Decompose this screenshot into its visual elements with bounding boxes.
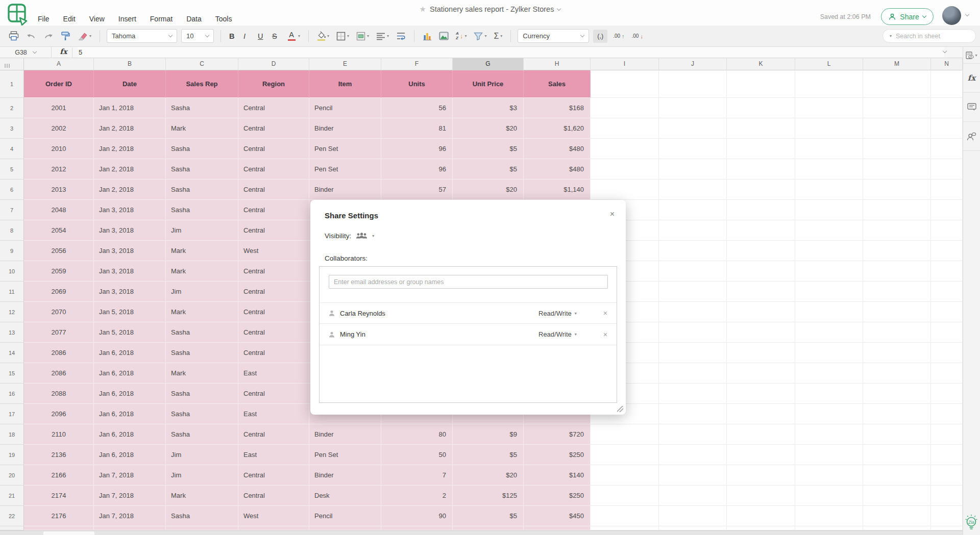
- menu-item-insert[interactable]: Insert: [118, 15, 136, 23]
- cell-F3[interactable]: 81: [381, 118, 453, 139]
- favorite-star-icon[interactable]: ★: [420, 5, 426, 14]
- row-header-8[interactable]: 8: [0, 220, 24, 241]
- cell-B1[interactable]: Date: [94, 70, 166, 98]
- cell-D16[interactable]: Central: [238, 384, 309, 404]
- cell-J3[interactable]: [659, 118, 727, 139]
- cell-E21[interactable]: Desk: [309, 486, 381, 506]
- cell-K17[interactable]: [727, 404, 795, 424]
- cell-N14[interactable]: [931, 343, 963, 363]
- row-header-6[interactable]: 6: [0, 180, 24, 200]
- cell-C13[interactable]: Sasha: [166, 322, 238, 343]
- cell-L17[interactable]: [795, 404, 863, 424]
- cell-A15[interactable]: 2086: [24, 363, 94, 384]
- cell-H22[interactable]: $450: [524, 506, 591, 526]
- cell-D21[interactable]: Central: [238, 486, 309, 506]
- cell-G21[interactable]: $125: [453, 486, 524, 506]
- cell-G22[interactable]: $5: [453, 506, 524, 526]
- row-header-22[interactable]: 22: [0, 506, 24, 526]
- cell-H6[interactable]: $1,140: [524, 180, 591, 200]
- cell-J10[interactable]: [659, 261, 727, 282]
- sheet-view-button[interactable]: ▾: [963, 47, 980, 64]
- cell-K10[interactable]: [727, 261, 795, 282]
- cell-D1[interactable]: Region: [238, 70, 309, 98]
- cell-D7[interactable]: Central: [238, 200, 309, 220]
- cell-G2[interactable]: $3: [453, 98, 524, 118]
- cell-B16[interactable]: Jan 6, 2018: [94, 384, 166, 404]
- cell-L8[interactable]: [795, 220, 863, 241]
- row-header-3[interactable]: 3: [0, 118, 24, 139]
- cell-H2[interactable]: $168: [524, 98, 591, 118]
- cell-K15[interactable]: [727, 363, 795, 384]
- cell-I5[interactable]: [591, 159, 659, 180]
- cell-A4[interactable]: 2010: [24, 139, 94, 159]
- cell-A11[interactable]: 2069: [24, 282, 94, 302]
- cell-G3[interactable]: $20: [453, 118, 524, 139]
- cell-C20[interactable]: Jim: [166, 465, 238, 486]
- clear-format-button[interactable]: ▾: [76, 30, 93, 42]
- cell-J20[interactable]: [659, 465, 727, 486]
- cell-J7[interactable]: [659, 200, 727, 220]
- cell-J2[interactable]: [659, 98, 727, 118]
- cell-J9[interactable]: [659, 241, 727, 261]
- cell-I6[interactable]: [591, 180, 659, 200]
- cell-C10[interactable]: Mark: [166, 261, 238, 282]
- permission-dropdown[interactable]: Read/Write▾: [538, 330, 577, 338]
- sort-button[interactable]: AZ↓▾: [454, 30, 468, 42]
- cell-M17[interactable]: [863, 404, 931, 424]
- cell-M14[interactable]: [863, 343, 931, 363]
- cell-N15[interactable]: [931, 363, 963, 384]
- cell-B17[interactable]: Jan 6, 2018: [94, 404, 166, 424]
- cell-E2[interactable]: Pencil: [309, 98, 381, 118]
- row-header-15[interactable]: 15: [0, 363, 24, 384]
- cell-N22[interactable]: [931, 506, 963, 526]
- cell-M21[interactable]: [863, 486, 931, 506]
- cell-K16[interactable]: [727, 384, 795, 404]
- row-header-21[interactable]: 21: [0, 486, 24, 506]
- row-header-20[interactable]: 20: [0, 465, 24, 486]
- cell-H1[interactable]: Sales: [524, 70, 591, 98]
- row-header-2[interactable]: 2: [0, 98, 24, 118]
- remove-collaborator-icon[interactable]: ×: [603, 330, 607, 339]
- cell-C9[interactable]: Mark: [166, 241, 238, 261]
- cell-C12[interactable]: Mark: [166, 302, 238, 322]
- fill-color-button[interactable]: ▾: [315, 30, 331, 42]
- cell-G[interactable]: [453, 526, 524, 530]
- wrap-text-button[interactable]: [395, 30, 407, 42]
- cell-M16[interactable]: [863, 384, 931, 404]
- cell-A14[interactable]: 2086: [24, 343, 94, 363]
- cell-I3[interactable]: [591, 118, 659, 139]
- cell-H18[interactable]: $720: [524, 424, 591, 445]
- cell-I21[interactable]: [591, 486, 659, 506]
- cell-B4[interactable]: Jan 2, 2018: [94, 139, 166, 159]
- cell-J6[interactable]: [659, 180, 727, 200]
- cell-M18[interactable]: [863, 424, 931, 445]
- cell-L1[interactable]: [795, 70, 863, 98]
- cell-E20[interactable]: Binder: [309, 465, 381, 486]
- cell-M2[interactable]: [863, 98, 931, 118]
- column-header-K[interactable]: K: [727, 58, 795, 70]
- cell-N21[interactable]: [931, 486, 963, 506]
- zia-assistant-button[interactable]: Zia: [963, 513, 980, 532]
- cell-C17[interactable]: Sasha: [166, 404, 238, 424]
- column-header-E[interactable]: E: [309, 58, 381, 70]
- menu-item-tools[interactable]: Tools: [215, 15, 232, 23]
- cell-C15[interactable]: Mark: [166, 363, 238, 384]
- cell-D9[interactable]: West: [238, 241, 309, 261]
- cell-N18[interactable]: [931, 424, 963, 445]
- cell-K6[interactable]: [727, 180, 795, 200]
- cell-C14[interactable]: Sasha: [166, 343, 238, 363]
- row-header-16[interactable]: 16: [0, 384, 24, 404]
- cell-I[interactable]: [591, 526, 659, 530]
- row-header-4[interactable]: 4: [0, 139, 24, 159]
- cell-G6[interactable]: $20: [453, 180, 524, 200]
- cell-L13[interactable]: [795, 322, 863, 343]
- cell-C7[interactable]: Sasha: [166, 200, 238, 220]
- cell-L4[interactable]: [795, 139, 863, 159]
- cell-E6[interactable]: Binder: [309, 180, 381, 200]
- cell-J12[interactable]: [659, 302, 727, 322]
- cell-A16[interactable]: 2088: [24, 384, 94, 404]
- row-header-11[interactable]: 11: [0, 282, 24, 302]
- cell-M12[interactable]: [863, 302, 931, 322]
- permission-dropdown[interactable]: Read/Write▾: [538, 310, 577, 317]
- row-header-7[interactable]: 7: [0, 200, 24, 220]
